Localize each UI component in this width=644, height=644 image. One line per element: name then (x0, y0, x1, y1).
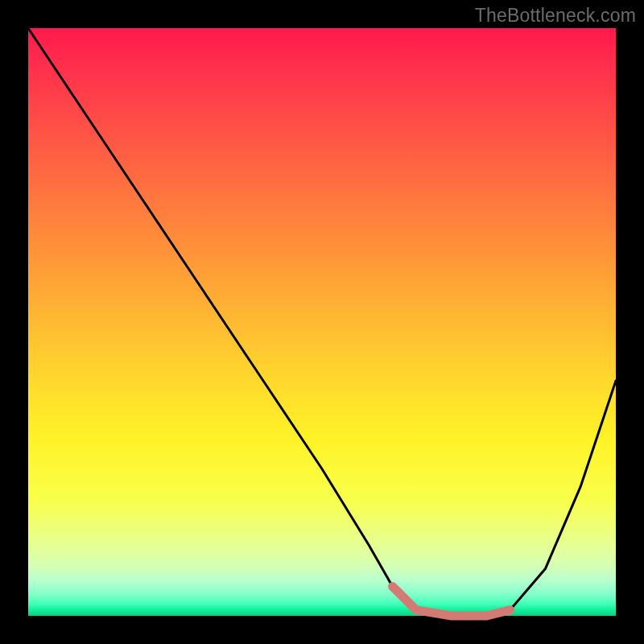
highlight-band (393, 587, 510, 617)
chart-frame: TheBottleneck.com (0, 0, 644, 644)
plot-area (28, 28, 616, 616)
curve-layer (28, 28, 616, 616)
watermark-text: TheBottleneck.com (475, 5, 636, 27)
bottleneck-curve (28, 28, 616, 616)
